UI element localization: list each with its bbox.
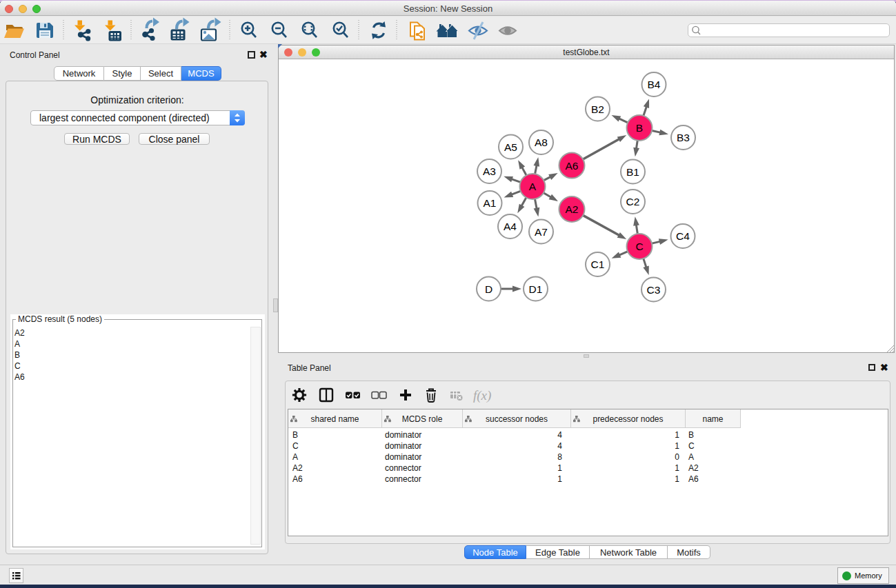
svg-text:C2: C2 [626,196,640,207]
svg-text:A4: A4 [504,221,517,232]
svg-text:B3: B3 [677,132,690,143]
svg-text:C1: C1 [591,258,605,270]
svg-text:B4: B4 [648,79,661,90]
svg-text:C: C [635,241,643,252]
svg-text:A6: A6 [566,160,579,172]
svg-text:A8: A8 [535,136,548,148]
svg-text:C4: C4 [676,230,690,242]
svg-text:A1: A1 [484,197,497,209]
svg-text:B: B [636,122,643,134]
svg-text:C3: C3 [647,284,661,296]
svg-text:B1: B1 [626,166,639,178]
svg-text:B2: B2 [591,103,604,115]
svg-text:A7: A7 [535,226,548,238]
svg-text:A: A [529,181,537,192]
svg-text:f(x): f(x) [473,388,491,403]
svg-text:A3: A3 [483,165,496,177]
svg-text:A2: A2 [566,203,579,215]
svg-text:D1: D1 [529,283,543,295]
svg-text:A5: A5 [504,141,517,153]
svg-text:D: D [485,283,492,295]
